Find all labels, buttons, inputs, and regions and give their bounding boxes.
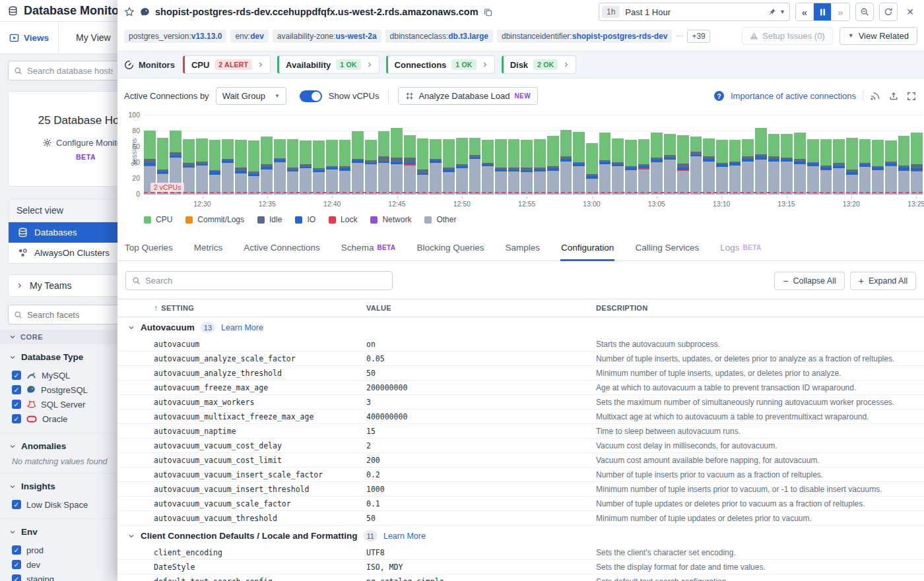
tab-schema[interactable]: SchemaBETA	[341, 240, 397, 261]
facet-group-title[interactable]: Insights	[9, 481, 117, 491]
chart-bar[interactable]	[482, 115, 494, 195]
facet-item-dev[interactable]: ✓dev	[9, 557, 117, 572]
facet-item-staging[interactable]: ✓staging	[9, 572, 117, 581]
tab-top-queries[interactable]: Top Queries	[124, 240, 174, 261]
checkbox-checked[interactable]: ✓	[12, 414, 21, 423]
sidebar-item-alwayson-clusters[interactable]: AlwaysOn Clusters	[9, 243, 117, 263]
legend-item-io[interactable]: IO	[295, 215, 315, 224]
my-teams-section[interactable]: My Teams	[8, 274, 117, 297]
checkbox-checked[interactable]: ✓	[12, 500, 21, 509]
host-tag[interactable]: dbinstanceclass:db.t3.large	[385, 30, 493, 43]
chart-bar[interactable]	[456, 115, 468, 195]
chart-bar[interactable]	[547, 115, 559, 195]
table-row[interactable]: autovacuum_naptime15Time to sleep betwee…	[117, 424, 924, 439]
chart-bar[interactable]	[872, 115, 884, 195]
chart-bar[interactable]	[716, 115, 728, 195]
forward-button[interactable]: »	[832, 3, 849, 20]
chart-bar[interactable]	[404, 115, 416, 195]
legend-item-cpu[interactable]: CPU	[144, 215, 172, 224]
table-row[interactable]: autovacuum_vacuum_cost_delay2Vacuum cost…	[117, 439, 924, 453]
chart-bar[interactable]	[183, 115, 195, 195]
legend-item-lock[interactable]: Lock	[329, 215, 357, 224]
chart-bar[interactable]	[196, 115, 208, 195]
legend-item-other[interactable]: Other	[424, 215, 456, 224]
chart-bar[interactable]	[222, 115, 234, 195]
facet-item-sql-server[interactable]: ✓SQL Server	[9, 397, 117, 412]
checkbox-checked[interactable]: ✓	[12, 385, 21, 394]
tab-configuration[interactable]: Configuration	[560, 240, 614, 261]
expand-all-button[interactable]: + Expand All	[850, 272, 916, 290]
facet-item-mysql[interactable]: ✓MySQL	[9, 368, 117, 382]
table-row[interactable]: client_encodingUTF8Sets the client's cha…	[117, 545, 924, 560]
configure-monitors-link[interactable]: Configure Monitors	[15, 138, 117, 148]
chart-bar[interactable]	[859, 115, 871, 195]
facet-group-title[interactable]: Anomalies	[9, 441, 117, 451]
chart-bar[interactable]	[508, 115, 520, 195]
checkbox-checked[interactable]: ✓	[12, 545, 21, 555]
analyze-database-load-button[interactable]: Analyze Database Load NEW	[398, 87, 538, 105]
learn-more-link[interactable]: Learn More	[221, 323, 263, 332]
table-row[interactable]: DateStyleISO, MDYSets the display format…	[117, 560, 924, 574]
wait-group-select[interactable]: Wait Group ▼	[216, 87, 286, 105]
table-row[interactable]: autovacuum_freeze_max_age200000000Age at…	[117, 381, 924, 395]
chart-bar[interactable]	[560, 115, 572, 195]
chart-bar[interactable]	[534, 115, 546, 195]
chart-bar[interactable]	[846, 115, 858, 195]
chart-bar[interactable]	[807, 115, 819, 195]
chart-bar[interactable]	[261, 115, 273, 195]
chart-bar[interactable]	[274, 115, 286, 195]
chart-bar[interactable]	[651, 115, 663, 195]
checkbox-checked[interactable]: ✓	[12, 560, 21, 569]
pin-icon[interactable]	[768, 8, 776, 16]
pause-button[interactable]	[814, 3, 832, 20]
setup-issues-button[interactable]: Setup Issues (0)	[742, 27, 833, 45]
chart-bar[interactable]	[612, 115, 624, 195]
chart-bar[interactable]	[599, 115, 611, 195]
chart-bar[interactable]	[378, 115, 390, 195]
chart-bar[interactable]	[235, 115, 247, 195]
tab-samples[interactable]: Samples	[505, 240, 541, 261]
chart-bar[interactable]	[443, 115, 455, 195]
copy-icon[interactable]	[484, 8, 492, 16]
importance-link[interactable]: Importance of active connections	[731, 91, 856, 101]
fullscreen-icon[interactable]	[907, 92, 916, 101]
chart-bar[interactable]	[625, 115, 637, 195]
chart-bar[interactable]	[365, 115, 377, 195]
table-row[interactable]: autovacuum_vacuum_insert_threshold1000Mi…	[117, 482, 924, 497]
facet-item-oracle[interactable]: ✓Oracle	[9, 412, 117, 426]
table-row[interactable]: autovacuum_vacuum_scale_factor0.1Number …	[117, 497, 924, 511]
chart-bar[interactable]	[781, 115, 793, 195]
facet-search-input[interactable]	[27, 310, 106, 320]
chart-bar[interactable]	[820, 115, 832, 195]
chart-bar[interactable]	[313, 115, 325, 195]
chart-bar[interactable]	[248, 115, 260, 195]
host-search-input[interactable]	[27, 66, 113, 76]
time-range-picker[interactable]: 1h Past 1 Hour ▼	[599, 3, 790, 21]
column-header-value[interactable]: VALUE	[366, 304, 596, 312]
tab-active-connections[interactable]: Active Connections	[243, 240, 321, 261]
chart-bar[interactable]	[729, 115, 741, 195]
tab-metrics[interactable]: Metrics	[193, 240, 224, 261]
monitor-chip-cpu[interactable]: CPU2 ALERT	[183, 55, 271, 74]
signal-icon[interactable]	[870, 91, 880, 101]
chart-bar[interactable]	[417, 115, 429, 195]
table-row[interactable]: autovacuum_vacuum_threshold50Minimum num…	[117, 511, 924, 526]
tab-blocking-queries[interactable]: Blocking Queries	[416, 240, 484, 261]
monitor-chip-availability[interactable]: Availability1 OK	[277, 55, 379, 74]
chart-bar[interactable]	[521, 115, 533, 195]
monitor-chip-disk[interactable]: Disk2 OK	[502, 55, 577, 74]
config-search-input[interactable]	[145, 276, 386, 286]
views-link[interactable]: Views	[0, 22, 58, 53]
chart-bar[interactable]	[469, 115, 481, 195]
table-row[interactable]: autovacuum_max_workers3Sets the maximum …	[117, 395, 924, 410]
checkbox-checked[interactable]: ✓	[12, 400, 21, 409]
column-header-setting[interactable]: ↑SETTING	[154, 303, 366, 313]
chart-bar[interactable]	[768, 115, 780, 195]
facet-item-prod[interactable]: ✓prod	[9, 543, 117, 557]
chart-bar[interactable]	[391, 115, 403, 195]
chart-bar[interactable]	[586, 115, 598, 195]
legend-item-commit-logs[interactable]: Commit/Logs	[185, 215, 244, 224]
chart-bar[interactable]	[664, 115, 676, 195]
legend-item-network[interactable]: Network	[370, 215, 411, 224]
show-vcpus-toggle[interactable]	[300, 90, 322, 102]
